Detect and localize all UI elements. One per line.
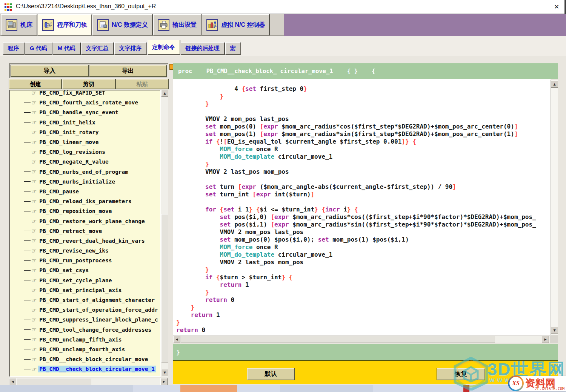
tab-M 代码[interactable]: M 代码 <box>53 42 80 55</box>
code-line: MOM_force once R <box>176 243 551 251</box>
tree-item[interactable]: ☞PB_CMD_log_revisions <box>10 147 160 157</box>
tab-链接的后处理[interactable]: 链接的后处理 <box>181 42 225 55</box>
tcl-code-editor[interactable]: _ 4 {set first_step 0} } } VMOV 2 mom_po… <box>173 79 551 335</box>
code-line: } <box>176 304 551 311</box>
tree-item[interactable]: ☞PB_CMD_tool_change_force_addresses <box>10 325 160 335</box>
tree-item[interactable]: ☞PB_CMD_revise_new_iks <box>10 246 160 256</box>
hand-pointer-icon: ☞ <box>31 257 37 264</box>
export-button[interactable]: 导出 <box>89 65 167 77</box>
tree-item-label: PB_CMD_reposition_move <box>38 208 113 214</box>
proc-closing-brace: } <box>173 344 558 360</box>
tree-item[interactable]: ☞PB_CMD_revert_dual_head_kin_vars <box>10 236 160 246</box>
tree-item[interactable]: ☞PB_CMD_fix_RAPID_SET <box>10 90 160 98</box>
tree-item-label: PB_CMD_run_postprocess <box>38 257 113 264</box>
tree-horizontal-scrollbar[interactable]: ◀ ▶ <box>9 378 168 385</box>
tab-程序[interactable]: 程序 <box>3 42 24 55</box>
tree-item[interactable]: ☞PB_CMD_pause <box>10 187 160 196</box>
tree-item[interactable]: ☞PB_CMD_handle_sync_event <box>10 107 160 117</box>
hand-pointer-icon: ☞ <box>31 247 37 254</box>
code-line: } <box>176 319 551 326</box>
tree-item[interactable]: ☞PB_CMD_nurbs_initialize <box>10 177 160 187</box>
tree-item[interactable]: ☞PB_CMD_init_rotary <box>10 127 160 137</box>
toolbar-tab-machine[interactable]: 机床 <box>1 14 37 35</box>
code-line: VMOV 2 last_pos mom_pos <box>176 259 551 266</box>
tree-item[interactable]: ☞PB_CMD_unclamp_fourth_axis <box>10 345 160 354</box>
tab-G 代码[interactable]: G 代码 <box>25 42 52 55</box>
tab-文字排序[interactable]: 文字排序 <box>114 42 147 55</box>
tree-item[interactable]: ☞PB_CMD_suppress_linear_block_plane_c <box>10 315 160 325</box>
tree-item[interactable]: ☞PB_CMD_nurbs_end_of_program <box>10 167 160 177</box>
tree-connector <box>24 320 31 320</box>
scroll-up-icon[interactable]: ▲ <box>551 81 558 88</box>
close-icon[interactable]: ✕ <box>552 2 561 12</box>
scroll-left-icon[interactable]: ◀ <box>9 378 16 385</box>
code-line: VMOV 2 last_pos mom_pos <box>176 168 551 176</box>
titlebar: C:\Users\37214\Desktop\Less_than_360_out… <box>0 0 566 14</box>
tree-scroll-thumb[interactable] <box>161 214 168 363</box>
tree-item[interactable]: ☞PB_CMD_run_postprocess <box>10 256 160 265</box>
default-button[interactable]: 默认 <box>247 368 294 380</box>
tree-hscroll-thumb[interactable] <box>17 378 91 385</box>
tree-item[interactable]: ☞PB_CMD_start_of_alignment_character <box>10 295 160 305</box>
tree-connector <box>24 103 31 103</box>
scroll-down-icon[interactable]: ▼ <box>551 327 558 334</box>
code-line <box>176 176 551 183</box>
import-button[interactable]: 导入 <box>11 65 88 77</box>
restore-button[interactable]: 恢复 <box>437 368 485 380</box>
tree-item[interactable]: ☞PB_CMD_unclamp_fifth_axis <box>10 335 160 345</box>
code-line: } <box>176 93 551 100</box>
tab-宏[interactable]: 宏 <box>225 42 241 55</box>
tab-定制命令[interactable]: 定制命令 <box>148 40 180 55</box>
hand-pointer-icon: ☞ <box>31 227 37 234</box>
tree-item[interactable]: ☞PB_CMD_set_csys <box>10 265 160 275</box>
tree-item[interactable]: ☞PB_CMD_reposition_move <box>10 206 160 216</box>
scroll-down-icon[interactable]: ▼ <box>161 369 168 376</box>
toolbar-tab-output-settings[interactable]: 输出设置 <box>153 14 201 35</box>
scroll-up-icon[interactable]: ▲ <box>161 90 168 97</box>
tree-item[interactable]: ☞PB_CMD_linear_move <box>10 137 160 147</box>
code-line: set turn [expr ($mom_arc_angle-abs($curr… <box>176 183 551 191</box>
tree-item-label: PB_CMD_revert_dual_head_kin_vars <box>38 237 146 244</box>
tree-item[interactable]: ☞PB_CMD_set_cycle_plane <box>10 276 160 285</box>
toolbar-tab-virtual-nc[interactable]: 虚拟 N/C 控制器 <box>202 14 269 35</box>
tab-文字汇总[interactable]: 文字汇总 <box>81 42 114 55</box>
tree-item[interactable]: ☞PB_CMD_set_principal_axis <box>10 285 160 295</box>
tree-item[interactable]: ☞PB_CMD_retract_move <box>10 226 160 236</box>
tree-item[interactable]: ☞PB_CMD_fourth_axis_rotate_move <box>10 98 160 107</box>
code-line: } <box>176 289 551 296</box>
scroll-left-icon[interactable]: ◀ <box>173 336 180 343</box>
tree-item[interactable]: ☞PB_CMD_restore_work_plane_change <box>10 216 160 226</box>
create-button[interactable]: 创建 <box>9 79 62 89</box>
code-horizontal-scrollbar[interactable]: ◀ ▶ <box>173 335 558 343</box>
code-line: } <box>176 266 551 274</box>
scroll-right-icon[interactable]: ▶ <box>160 378 168 385</box>
taskbar-segment <box>463 385 469 392</box>
hand-pointer-icon: ☞ <box>31 129 37 136</box>
window-title: C:\Users\37214\Desktop\Less_than_360_out… <box>16 3 156 10</box>
tree-item[interactable]: ☞PB_CMD_start_of_operation_force_addr <box>10 305 160 315</box>
toolbar-purple-strip <box>284 14 566 36</box>
tree-connector <box>24 369 31 369</box>
hand-pointer-icon: ☞ <box>31 286 37 294</box>
code-line <box>176 108 551 115</box>
code-line: return 0 <box>176 326 551 334</box>
code-hscroll-thumb[interactable] <box>181 336 495 343</box>
code-line: MOM_do_template circular_move_1 <box>176 251 551 259</box>
edit-buttons-row: 创建 剪切 粘贴 <box>9 79 168 89</box>
tree-item-label: PB_CMD_start_of_operation_force_addr <box>38 306 159 313</box>
code-vertical-scrollbar[interactable]: ▲ ▼ <box>551 80 558 335</box>
tree-connector <box>24 152 31 152</box>
tree-item[interactable]: ☞PB_CMD__check_block_circular_move_1 <box>10 364 160 374</box>
tree-item-label: PB_CMD_unclamp_fifth_axis <box>38 336 123 343</box>
toolbar-tab-program-toolpath[interactable]: 程序和刀轨 <box>38 14 92 35</box>
tree-item[interactable]: ☞PB_CMD_init_helix <box>10 118 160 127</box>
toolbar-tab-label: 机床 <box>20 21 32 29</box>
scroll-right-icon[interactable]: ▶ <box>542 336 549 343</box>
code-line <box>176 198 551 206</box>
toolbar-tab-nc-data[interactable]: N/C 数据定义 <box>92 14 152 35</box>
tree-item[interactable]: ☞PB_CMD_negate_R_value <box>10 157 160 167</box>
cut-button[interactable]: 剪切 <box>62 79 115 89</box>
tree-item[interactable]: ☞PB_CMD_reload_iks_parameters <box>10 196 160 206</box>
tree-item[interactable]: ☞PB_CMD__check_block_circular_move <box>10 354 160 364</box>
tree-vertical-scrollbar[interactable]: ▲ ▼ <box>161 90 168 377</box>
